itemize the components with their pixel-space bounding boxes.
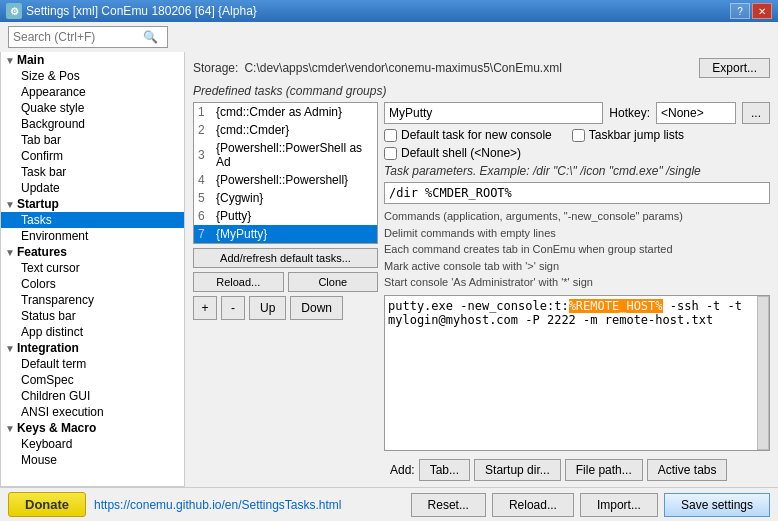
- info-line-5: Start console 'As Administrator' with '*…: [384, 274, 770, 291]
- commands-area[interactable]: putty.exe -new_console:t:%REMOTE_HOST% -…: [385, 296, 757, 451]
- add-task-button[interactable]: +: [193, 296, 217, 320]
- sidebar-item-main[interactable]: ▼ Main: [1, 52, 184, 68]
- save-button[interactable]: Save settings: [664, 493, 770, 517]
- sidebar-item-keys-macro[interactable]: ▼ Keys & Macro: [1, 420, 184, 436]
- hotkey-dots-button[interactable]: ...: [742, 102, 770, 124]
- task-label-2: {cmd::Cmder}: [216, 123, 289, 137]
- task-num-2: 2: [198, 123, 212, 137]
- file-path-button[interactable]: File path...: [565, 459, 643, 481]
- task-label-7: {MyPutty}: [216, 227, 267, 241]
- task-label-4: {Powershell::Powershell}: [216, 173, 348, 187]
- donate-button[interactable]: Donate: [8, 492, 86, 517]
- sidebar-item-status-bar[interactable]: Status bar: [1, 308, 184, 324]
- sidebar-item-keyboard[interactable]: Keyboard: [1, 436, 184, 452]
- startup-dir-button[interactable]: Startup dir...: [474, 459, 561, 481]
- sidebar-item-update[interactable]: Update: [1, 180, 184, 196]
- sidebar-item-integration[interactable]: ▼ Integration: [1, 340, 184, 356]
- info-line-4: Mark active console tab with '>' sign: [384, 258, 770, 275]
- task-label-1: {cmd::Cmder as Admin}: [216, 105, 342, 119]
- scrollbar[interactable]: [757, 296, 769, 451]
- task-item-6[interactable]: 6 {Putty}: [194, 207, 377, 225]
- remove-task-button[interactable]: -: [221, 296, 245, 320]
- sidebar-item-tasks[interactable]: Tasks: [1, 212, 184, 228]
- sidebar-item-background[interactable]: Background: [1, 116, 184, 132]
- taskbar-jump-checkbox[interactable]: [572, 129, 585, 142]
- task-num-7: 7: [198, 227, 212, 241]
- task-item-2[interactable]: 2 {cmd::Cmder}: [194, 121, 377, 139]
- params-input[interactable]: [384, 182, 770, 204]
- help-link[interactable]: https://conemu.github.io/en/SettingsTask…: [94, 498, 341, 512]
- default-task-checkbox[interactable]: [384, 129, 397, 142]
- sidebar-item-children-gui[interactable]: Children GUI: [1, 388, 184, 404]
- task-item-4[interactable]: 4 {Powershell::Powershell}: [194, 171, 377, 189]
- tasks-panel: 1 {cmd::Cmder as Admin} 2 {cmd::Cmder} 3…: [193, 102, 770, 481]
- predefined-label: Predefined tasks (command groups): [193, 84, 770, 98]
- add-refresh-button[interactable]: Add/refresh default tasks...: [193, 248, 378, 268]
- sidebar-item-features[interactable]: ▼ Features: [1, 244, 184, 260]
- default-shell-text: Default shell (<None>): [401, 146, 521, 160]
- search-box[interactable]: 🔍: [8, 26, 168, 48]
- storage-path: C:\dev\apps\cmder\vendor\conemu-maximus5…: [244, 61, 693, 75]
- task-item-3[interactable]: 3 {Powershell::PowerShell as Ad: [194, 139, 377, 171]
- sidebar-label-appearance: Appearance: [21, 85, 86, 99]
- sidebar-item-colors[interactable]: Colors: [1, 276, 184, 292]
- task-name-input[interactable]: [384, 102, 603, 124]
- task-num-6: 6: [198, 209, 212, 223]
- sidebar-item-text-cursor[interactable]: Text cursor: [1, 260, 184, 276]
- sidebar-label-colors: Colors: [21, 277, 56, 291]
- sidebar-label-task-bar: Task bar: [21, 165, 66, 179]
- info-line-3: Each command creates tab in ConEmu when …: [384, 241, 770, 258]
- sidebar-item-startup[interactable]: ▼ Startup: [1, 196, 184, 212]
- sidebar-label-features: Features: [17, 245, 67, 259]
- active-tabs-button[interactable]: Active tabs: [647, 459, 728, 481]
- taskbar-jump-checkbox-label[interactable]: Taskbar jump lists: [572, 128, 684, 142]
- sidebar-item-mouse[interactable]: Mouse: [1, 452, 184, 468]
- reload-button[interactable]: Reload...: [492, 493, 574, 517]
- help-button[interactable]: ?: [730, 3, 750, 19]
- sidebar-item-comspec[interactable]: ComSpec: [1, 372, 184, 388]
- task-num-3: 3: [198, 148, 212, 162]
- import-button[interactable]: Import...: [580, 493, 658, 517]
- down-button[interactable]: Down: [290, 296, 343, 320]
- sidebar-item-confirm[interactable]: Confirm: [1, 148, 184, 164]
- sidebar-item-appearance[interactable]: Appearance: [1, 84, 184, 100]
- sidebar-item-transparency[interactable]: Transparency: [1, 292, 184, 308]
- tab-button[interactable]: Tab...: [419, 459, 470, 481]
- sidebar-item-ansi-execution[interactable]: ANSI execution: [1, 404, 184, 420]
- shell-row: Default shell (<None>): [384, 146, 770, 160]
- default-shell-label[interactable]: Default shell (<None>): [384, 146, 521, 160]
- sidebar-item-app-distinct[interactable]: App distinct: [1, 324, 184, 340]
- hotkey-input[interactable]: [656, 102, 736, 124]
- sidebar-item-tab-bar[interactable]: Tab bar: [1, 132, 184, 148]
- hotkey-label: Hotkey:: [609, 106, 650, 120]
- sidebar-label-ansi-execution: ANSI execution: [21, 405, 104, 419]
- info-line-2: Delimit commands with empty lines: [384, 225, 770, 242]
- reload-tasks-button[interactable]: Reload...: [193, 272, 284, 292]
- task-item-1[interactable]: 1 {cmd::Cmder as Admin}: [194, 103, 377, 121]
- up-button[interactable]: Up: [249, 296, 286, 320]
- task-item-7[interactable]: 7 {MyPutty}: [194, 225, 377, 243]
- sidebar-item-quake-style[interactable]: Quake style: [1, 100, 184, 116]
- clone-button[interactable]: Clone: [288, 272, 379, 292]
- default-task-checkbox-label[interactable]: Default task for new console: [384, 128, 552, 142]
- bottom-action-row: Add: Tab... Startup dir... File path... …: [384, 455, 770, 481]
- sidebar: ▼ Main Size & Pos Appearance Quake style…: [0, 52, 185, 487]
- close-button[interactable]: ✕: [752, 3, 772, 19]
- storage-label: Storage:: [193, 61, 238, 75]
- app-icon: ⚙: [6, 3, 22, 19]
- sidebar-item-default-term[interactable]: Default term: [1, 356, 184, 372]
- search-input[interactable]: [13, 30, 143, 44]
- task-item-5[interactable]: 5 {Cygwin}: [194, 189, 377, 207]
- default-shell-checkbox[interactable]: [384, 147, 397, 160]
- sidebar-label-default-term: Default term: [21, 357, 86, 371]
- export-button[interactable]: Export...: [699, 58, 770, 78]
- expand-icon-startup: ▼: [5, 199, 15, 210]
- task-num-1: 1: [198, 105, 212, 119]
- checkboxes-row: Default task for new console Taskbar jum…: [384, 128, 770, 142]
- reset-button[interactable]: Reset...: [411, 493, 486, 517]
- info-line-1: Commands (application, arguments, "-new_…: [384, 208, 770, 225]
- sidebar-item-task-bar[interactable]: Task bar: [1, 164, 184, 180]
- sidebar-item-size-pos[interactable]: Size & Pos: [1, 68, 184, 84]
- sidebar-label-update: Update: [21, 181, 60, 195]
- sidebar-item-environment[interactable]: Environment: [1, 228, 184, 244]
